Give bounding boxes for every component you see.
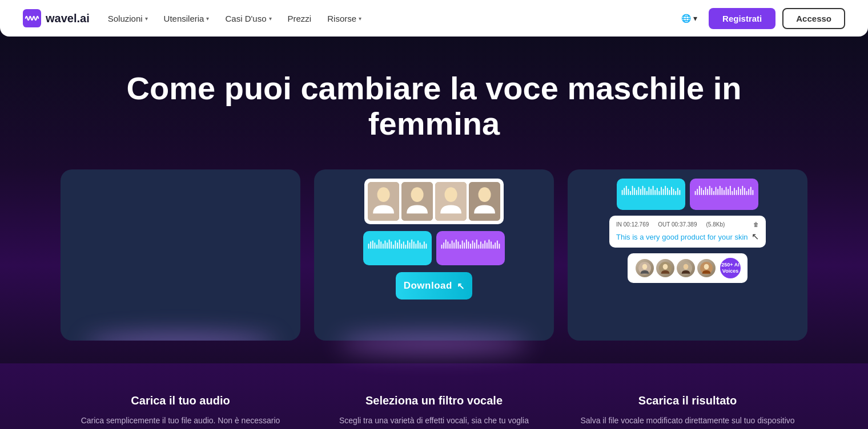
photo-thumb-1: [368, 182, 399, 221]
step-1-title: Carica il tuo audio: [72, 394, 289, 407]
language-button[interactable]: 🌐 ▾: [677, 10, 702, 26]
cursor-symbol: ↖: [752, 231, 759, 242]
card-filter: Download ↖: [314, 169, 554, 341]
chevron-down-icon: ▾: [206, 15, 209, 22]
chevron-down-icon: ▾: [269, 15, 272, 22]
logo-text: wavel.ai: [46, 12, 90, 25]
result-waveforms: [617, 179, 758, 210]
hero-title: Come puoi cambiare la voce maschile in f…: [120, 71, 748, 141]
photo-strip: [364, 179, 504, 224]
card-result: IN 00:12.769 OUT 00:37.389 (5.8Kb) 🗑 Thi…: [568, 169, 807, 341]
svg-point-15: [445, 187, 457, 202]
result-waveform-purple: [690, 179, 758, 210]
waveform-svg-cyan: [367, 237, 428, 260]
transcript-out: OUT 00:37.389: [658, 221, 697, 228]
transcript-size: (5.8Kb): [706, 221, 725, 228]
logo-icon: [23, 9, 41, 27]
step-2-title: Seleziona un filtro vocale: [326, 394, 542, 407]
chevron-down-icon: ▾: [145, 15, 148, 22]
chevron-down-icon: ▾: [693, 14, 697, 23]
register-button[interactable]: Registrati: [709, 8, 775, 29]
nav-item-soluzioni[interactable]: Soluzioni ▾: [108, 14, 148, 23]
voice-avatar-4: [696, 258, 717, 278]
logo-link[interactable]: wavel.ai: [23, 9, 90, 27]
svg-point-137: [663, 264, 668, 270]
trash-icon: 🗑: [753, 221, 759, 228]
nav-item-prezzi[interactable]: Prezzi: [288, 14, 312, 23]
transcript-meta: IN 00:12.769 OUT 00:37.389 (5.8Kb) 🗑: [616, 221, 759, 228]
download-label: Download: [404, 280, 452, 292]
svg-point-139: [684, 264, 689, 270]
waveform-svg-purple: [440, 237, 501, 260]
transcript-box: IN 00:12.769 OUT 00:37.389 (5.8Kb) 🗑 Thi…: [609, 216, 766, 248]
navbar: wavel.ai Soluzioni ▾ Utensileria ▾ Casi …: [0, 0, 868, 37]
transcript-text: This is a very good product for your ski…: [616, 231, 759, 242]
svg-point-17: [479, 187, 491, 202]
nav-links: Soluzioni ▾ Utensileria ▾ Casi D'uso ▾ P…: [108, 14, 361, 23]
cards-row: +: [34, 169, 834, 341]
step-2: Seleziona un filtro vocale Scegli tra un…: [314, 381, 554, 429]
step-1-desc: Carica semplicemente il tuo file audio. …: [72, 414, 289, 429]
step-3-desc: Salva il file vocale modificato direttam…: [579, 414, 796, 429]
voices-row: 250+ AI Voices: [628, 253, 748, 283]
navbar-left: wavel.ai Soluzioni ▾ Utensileria ▾ Casi …: [23, 9, 361, 27]
cursor-icon: ↖: [457, 281, 465, 292]
step-3: Scarica il risultato Salva il file vocal…: [568, 381, 807, 429]
card-upload: +: [61, 169, 300, 341]
waveform-purple: [436, 231, 505, 265]
photo-thumb-2: [401, 182, 433, 221]
voice-avatar-3: [676, 258, 696, 278]
navbar-right: 🌐 ▾ Registrati Accesso: [677, 8, 845, 29]
transcript-content: This is a very good product for your ski…: [616, 233, 748, 241]
photo-thumb-3: [435, 182, 467, 221]
result-waveform-cyan: [617, 179, 685, 210]
svg-point-141: [704, 264, 709, 270]
waveforms-row: [363, 231, 505, 265]
nav-item-utensileria[interactable]: Utensileria ▾: [164, 14, 210, 23]
step-3-title: Scarica il risultato: [579, 394, 796, 407]
voice-avatar-2: [655, 258, 676, 278]
photo-thumb-4: [469, 182, 500, 221]
waveform-cyan: [363, 231, 432, 265]
svg-point-135: [642, 264, 648, 270]
download-button[interactable]: Download ↖: [396, 272, 473, 300]
steps-row: Carica il tuo audio Carica semplicemente…: [34, 381, 834, 429]
svg-point-13: [411, 187, 423, 202]
nav-item-risorse[interactable]: Risorse ▾: [327, 14, 361, 23]
nav-item-casi[interactable]: Casi D'uso ▾: [225, 14, 271, 23]
chevron-down-icon: ▾: [359, 15, 361, 22]
transcript-in: IN 00:12.769: [616, 221, 649, 228]
voice-avatar-1: [634, 258, 655, 278]
voice-count-badge: 250+ AI Voices: [720, 258, 741, 278]
step-1: Carica il tuo audio Carica semplicemente…: [61, 381, 300, 429]
bottom-section: Carica il tuo audio Carica semplicemente…: [0, 363, 868, 429]
globe-icon: 🌐: [681, 14, 691, 23]
step-2-desc: Scegli tra una varietà di effetti vocali…: [326, 414, 542, 429]
svg-point-11: [377, 187, 389, 202]
hero-section: Come puoi cambiare la voce maschile in f…: [0, 37, 868, 363]
login-button[interactable]: Accesso: [782, 8, 845, 29]
